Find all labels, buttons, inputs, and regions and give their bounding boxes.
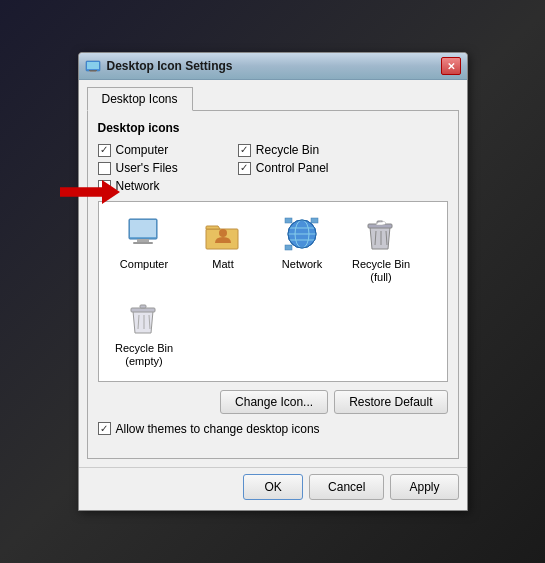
svg-rect-25 bbox=[140, 305, 146, 308]
checkbox-recycle-row: Recycle Bin bbox=[238, 143, 329, 157]
checkbox-computer-label: Computer bbox=[116, 143, 169, 157]
icon-item-matt[interactable]: Matt bbox=[186, 210, 261, 289]
title-bar-left: Desktop Icon Settings bbox=[85, 58, 233, 74]
section-title: Desktop icons bbox=[98, 121, 448, 135]
icon-item-computer[interactable]: Computer bbox=[107, 210, 182, 289]
icon-label-recycle-empty: Recycle Bin(empty) bbox=[115, 342, 173, 368]
allow-themes-row: Allow themes to change desktop icons bbox=[98, 422, 448, 436]
tab-bar: Desktop Icons bbox=[79, 80, 467, 110]
trash-full-icon-graphic bbox=[361, 215, 401, 255]
icons-panel: Computer Matt bbox=[98, 201, 448, 382]
svg-rect-3 bbox=[90, 71, 96, 72]
checkbox-network-label: Network bbox=[116, 179, 160, 193]
window-icon bbox=[85, 58, 101, 74]
svg-rect-17 bbox=[311, 218, 318, 223]
checkbox-computer[interactable] bbox=[98, 144, 111, 157]
icon-label-recycle-full: Recycle Bin(full) bbox=[352, 258, 410, 284]
bottom-buttons: OK Cancel Apply bbox=[79, 467, 467, 510]
checkbox-col-right: Recycle Bin Control Panel bbox=[238, 143, 329, 193]
close-button[interactable]: ✕ bbox=[441, 57, 461, 75]
allow-themes-label: Allow themes to change desktop icons bbox=[116, 422, 320, 436]
window-content: Desktop Icons Desktop icons Computer Use… bbox=[79, 80, 467, 510]
checkbox-group: Computer User's Files Network Re bbox=[98, 143, 448, 193]
checkbox-userfiles[interactable] bbox=[98, 162, 111, 175]
checkbox-computer-row: Computer bbox=[98, 143, 178, 157]
title-bar: Desktop Icon Settings ✕ bbox=[79, 53, 467, 80]
icon-item-network[interactable]: Network bbox=[265, 210, 340, 289]
svg-rect-5 bbox=[130, 220, 156, 237]
icon-label-network: Network bbox=[282, 258, 322, 271]
svg-rect-1 bbox=[87, 62, 99, 69]
svg-rect-18 bbox=[285, 245, 292, 250]
svg-rect-24 bbox=[131, 308, 155, 312]
icon-item-recycle-empty[interactable]: Recycle Bin(empty) bbox=[107, 294, 182, 373]
checkbox-control[interactable] bbox=[238, 162, 251, 175]
checkbox-recycle-label: Recycle Bin bbox=[256, 143, 319, 157]
cancel-button[interactable]: Cancel bbox=[309, 474, 384, 500]
dialog-window: Desktop Icon Settings ✕ Desktop Icons De… bbox=[78, 52, 468, 511]
checkbox-control-label: Control Panel bbox=[256, 161, 329, 175]
tab-desktop-icons[interactable]: Desktop Icons bbox=[87, 87, 193, 111]
svg-rect-2 bbox=[89, 70, 97, 71]
svg-rect-7 bbox=[133, 242, 153, 244]
icon-label-matt: Matt bbox=[212, 258, 233, 271]
checkbox-recycle[interactable] bbox=[238, 144, 251, 157]
icon-label-computer: Computer bbox=[120, 258, 168, 271]
change-icon-button[interactable]: Change Icon... bbox=[220, 390, 328, 414]
network-icon-graphic bbox=[282, 215, 322, 255]
icon-item-recycle-full[interactable]: Recycle Bin(full) bbox=[344, 210, 419, 289]
checkbox-control-row: Control Panel bbox=[238, 161, 329, 175]
window-title: Desktop Icon Settings bbox=[107, 59, 233, 73]
ok-button[interactable]: OK bbox=[243, 474, 303, 500]
trash-empty-icon-graphic bbox=[124, 299, 164, 339]
icon-action-buttons: Change Icon... Restore Default bbox=[98, 390, 448, 414]
apply-button[interactable]: Apply bbox=[390, 474, 458, 500]
checkbox-allow-themes[interactable] bbox=[98, 422, 111, 435]
restore-default-button[interactable]: Restore Default bbox=[334, 390, 447, 414]
folder-user-icon-graphic bbox=[203, 215, 243, 255]
checkbox-userfiles-label: User's Files bbox=[116, 161, 178, 175]
svg-point-9 bbox=[219, 229, 227, 237]
computer-icon-graphic bbox=[124, 215, 164, 255]
svg-rect-6 bbox=[137, 239, 149, 242]
svg-rect-16 bbox=[285, 218, 292, 223]
main-panel: Desktop icons Computer User's Files N bbox=[87, 110, 459, 459]
checkbox-userfiles-row: User's Files bbox=[98, 161, 178, 175]
